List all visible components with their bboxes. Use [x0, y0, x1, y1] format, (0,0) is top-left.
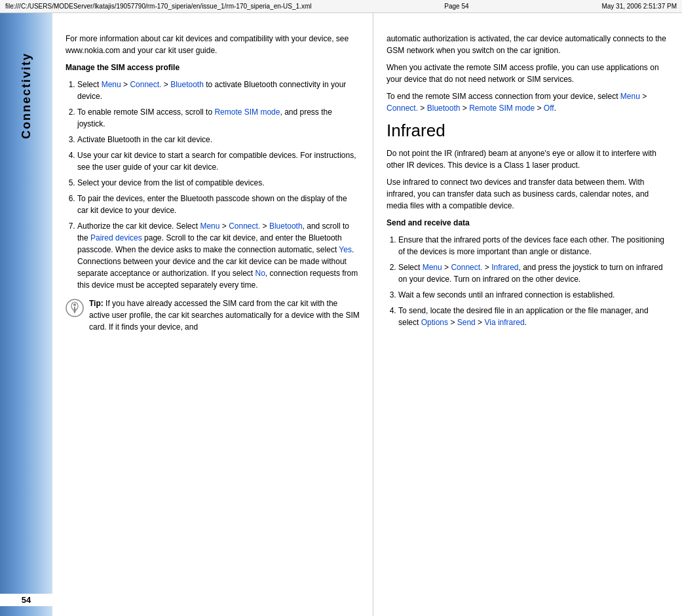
via-infrared-link[interactable]: Via infrared: [484, 318, 524, 327]
sim-section-title: Manage the SIM access profile: [66, 62, 360, 73]
send-step-2: Select Menu > Connect. > Infrared, and p…: [398, 261, 669, 285]
step-6: To pair the devices, enter the Bluetooth…: [77, 193, 360, 216]
sidebar-label: Connectivity: [20, 52, 33, 139]
bluetooth-link-7[interactable]: Bluetooth: [269, 221, 303, 231]
menu-link-1[interactable]: Menu: [102, 80, 121, 89]
step-2: To enable remote SIM access, scroll to R…: [77, 106, 360, 130]
svg-point-1: [73, 303, 76, 306]
step-3: Activate Bluetooth in the car kit device…: [77, 134, 360, 145]
tip-paragraph: Tip: If you have already accessed the SI…: [89, 298, 360, 333]
remote-sim-link[interactable]: Remote SIM mode: [214, 107, 280, 117]
menu-link-7[interactable]: Menu: [200, 221, 219, 231]
send-receive-title: Send and receive data: [387, 217, 669, 229]
content-area: For more information about car kit devic…: [52, 13, 682, 616]
menu-link-ir[interactable]: Menu: [423, 263, 442, 272]
send-steps-list: Ensure that the infrared ports of the de…: [398, 234, 669, 328]
connect-link-7[interactable]: Connect.: [229, 221, 260, 231]
connect-link-1[interactable]: Connect.: [130, 80, 161, 89]
date-text: May 31, 2006 2:51:37 PM: [601, 3, 677, 10]
top-bar: file:///C:/USERS/MODEServer/lkatajis/190…: [0, 0, 682, 13]
infrared-para2: Use infrared to connect two devices and …: [387, 176, 669, 212]
infrared-link[interactable]: Infrared: [491, 263, 518, 272]
paired-devices-link[interactable]: Paired devices: [90, 233, 142, 242]
bluetooth-link-end[interactable]: Bluetooth: [427, 104, 461, 113]
remote-sim-para2: To end the remote SIM access connection …: [387, 90, 669, 114]
step-5: Select your device from the list of comp…: [77, 177, 360, 189]
sidebar: Connectivity 54: [0, 13, 52, 616]
options-link[interactable]: Options: [421, 318, 448, 327]
yes-link[interactable]: Yes: [339, 245, 352, 254]
send-link[interactable]: Send: [457, 318, 476, 327]
remote-sim-para1: When you activate the remote SIM access …: [387, 62, 669, 85]
send-step-1: Ensure that the infrared ports of the de…: [398, 234, 669, 258]
send-step-4: To send, locate the desired file in an a…: [398, 305, 669, 328]
tip-content: If you have already accessed the SIM car…: [89, 299, 360, 332]
intro-paragraph: For more information about car kit devic…: [66, 33, 360, 56]
connect-link-ir[interactable]: Connect.: [451, 263, 482, 272]
remote-sim-mode-link[interactable]: Remote SIM mode: [469, 104, 535, 113]
left-column: For more information about car kit devic…: [52, 13, 373, 616]
page-wrapper: Connectivity 54 For more information abo…: [0, 13, 682, 616]
steps-list: Select Menu > Connect. > Bluetooth to ac…: [77, 79, 360, 291]
off-link[interactable]: Off: [544, 104, 554, 113]
page-label: Page 54: [444, 3, 468, 10]
connect-link-end[interactable]: Connect.: [387, 104, 418, 113]
step-7: Authorize the car kit device. Select Men…: [77, 220, 360, 291]
no-link[interactable]: No: [256, 269, 265, 278]
filepath-text: file:///C:/USERS/MODEServer/lkatajis/190…: [5, 3, 311, 10]
tip-box: Tip: If you have already accessed the SI…: [66, 298, 360, 338]
step-1: Select Menu > Connect. > Bluetooth to ac…: [77, 79, 360, 102]
page-number: 54: [0, 594, 52, 606]
send-step-3: Wait a few seconds until an infrared con…: [398, 289, 669, 301]
right-column: automatic authorization is activated, th…: [373, 13, 682, 616]
continuation-paragraph: automatic authorization is activated, th…: [387, 33, 669, 56]
infrared-intro: Do not point the IR (infrared) beam at a…: [387, 147, 669, 171]
menu-link-end[interactable]: Menu: [620, 92, 640, 101]
bluetooth-link-1[interactable]: Bluetooth: [170, 80, 204, 89]
tip-label: Tip:: [89, 299, 104, 308]
infrared-title: Infrared: [387, 121, 669, 141]
tip-icon: [66, 299, 84, 317]
step-4: Use your car kit device to start a searc…: [77, 149, 360, 173]
